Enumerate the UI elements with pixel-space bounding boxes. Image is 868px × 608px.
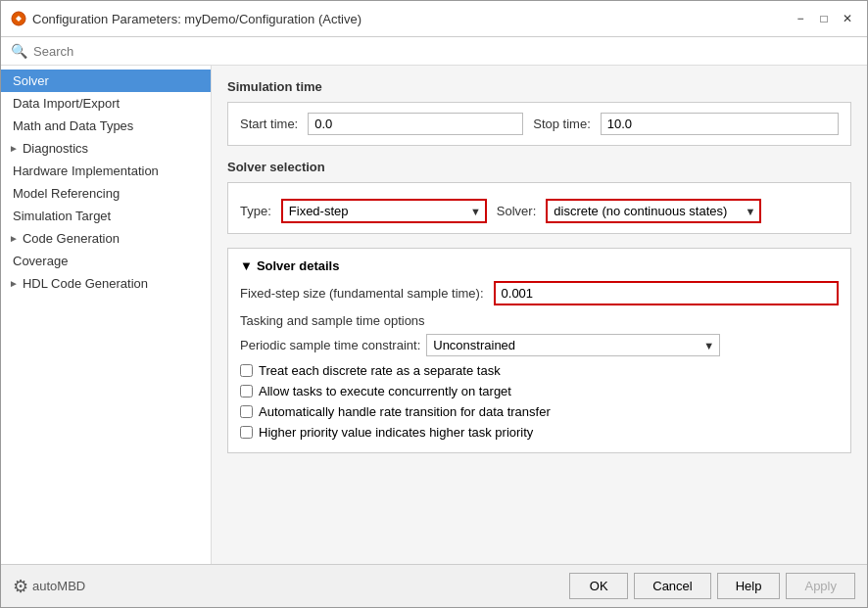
sidebar-item-label: Solver xyxy=(13,73,49,88)
content-panel: Simulation time Start time: Stop time: S… xyxy=(212,66,867,564)
minimize-button[interactable]: − xyxy=(791,9,810,28)
footer: ⚙ autoMBD OK Cancel Help Apply xyxy=(1,564,867,607)
expand-arrow-icon-3: ► xyxy=(9,278,19,289)
expand-arrow-icon-2: ► xyxy=(9,233,19,244)
logo-icon: ⚙ xyxy=(13,576,28,597)
close-button[interactable]: ✕ xyxy=(838,9,857,28)
cancel-button[interactable]: Cancel xyxy=(634,573,710,599)
checkbox-row-2: Allow tasks to execute concurrently on t… xyxy=(240,381,839,401)
footer-logo: ⚙ autoMBD xyxy=(13,576,85,597)
sim-time-row: Start time: Stop time: xyxy=(240,113,839,135)
sidebar-item-label: Coverage xyxy=(13,254,68,268)
type-select[interactable]: Fixed-step Variable-step xyxy=(281,199,487,223)
search-input[interactable] xyxy=(33,44,857,59)
sidebar: Solver Data Import/Export Math and Data … xyxy=(1,66,212,564)
title-bar-text: Configuration Parameters: myDemo/Configu… xyxy=(32,12,791,26)
sidebar-item-label: Simulation Target xyxy=(13,209,111,223)
checkbox-label-1: Treat each discrete rate as a separate t… xyxy=(259,363,501,378)
sidebar-item-label: Math and Data Types xyxy=(13,118,133,133)
expand-arrow-icon: ► xyxy=(9,143,19,154)
solver-select[interactable]: discrete (no continuous states) ode1 (Eu… xyxy=(546,199,761,223)
sidebar-item-data-import-export[interactable]: Data Import/Export xyxy=(1,92,211,115)
checkbox-label-4: Higher priority value indicates higher t… xyxy=(259,425,533,440)
search-bar: 🔍 xyxy=(1,37,867,66)
sidebar-item-simulation-target[interactable]: Simulation Target xyxy=(1,205,211,227)
solver-select-wrap: discrete (no continuous states) ode1 (Eu… xyxy=(546,199,761,223)
collapse-arrow-icon: ▼ xyxy=(240,258,253,273)
stop-time-input[interactable] xyxy=(601,113,839,135)
main-area: Solver Data Import/Export Math and Data … xyxy=(1,66,867,564)
sidebar-item-label: Model Referencing xyxy=(13,186,120,201)
title-bar-controls: − □ ✕ xyxy=(791,9,857,28)
sidebar-item-model-referencing[interactable]: Model Referencing xyxy=(1,182,211,205)
checkbox-higher-priority[interactable] xyxy=(240,426,253,439)
simulation-time-title: Simulation time xyxy=(227,79,851,94)
maximize-button[interactable]: □ xyxy=(814,9,834,28)
checkbox-rate-transition[interactable] xyxy=(240,405,253,418)
solver-details-header[interactable]: ▼ Solver details xyxy=(240,258,839,273)
solver-label: Solver: xyxy=(497,204,536,218)
solver-selection-section: Type: Fixed-step Variable-step ▼ Solver:… xyxy=(227,182,851,234)
main-window: Configuration Parameters: myDemo/Configu… xyxy=(0,0,868,608)
start-time-input[interactable] xyxy=(308,113,523,135)
checkbox-row-3: Automatically handle rate transition for… xyxy=(240,401,839,422)
fixed-step-input[interactable] xyxy=(494,281,839,305)
tasking-section: Tasking and sample time options Periodic… xyxy=(240,313,839,443)
sidebar-item-hdl-code-generation[interactable]: ► HDL Code Generation xyxy=(1,272,211,295)
sidebar-item-label: Data Import/Export xyxy=(13,96,120,111)
checkbox-label-2: Allow tasks to execute concurrently on t… xyxy=(259,384,511,398)
checkbox-concurrent-tasks[interactable] xyxy=(240,385,253,398)
sidebar-item-label: Hardware Implementation xyxy=(13,164,159,178)
sidebar-item-label: Code Generation xyxy=(23,231,120,246)
solver-details-title: Solver details xyxy=(257,258,340,273)
periodic-select-wrap: Unconstrained Ensure sample time indepen… xyxy=(426,334,720,356)
periodic-select[interactable]: Unconstrained Ensure sample time indepen… xyxy=(426,334,720,356)
sidebar-item-coverage[interactable]: Coverage xyxy=(1,250,211,272)
sidebar-item-solver[interactable]: Solver xyxy=(1,70,211,92)
sidebar-item-diagnostics[interactable]: ► Diagnostics xyxy=(1,137,211,160)
checkbox-label-3: Automatically handle rate transition for… xyxy=(259,404,551,419)
search-icon: 🔍 xyxy=(11,43,27,59)
checkbox-discrete-rate[interactable] xyxy=(240,364,253,377)
sidebar-item-label: Diagnostics xyxy=(23,141,88,156)
checkbox-row-1: Treat each discrete rate as a separate t… xyxy=(240,360,839,381)
simulation-time-section: Start time: Stop time: xyxy=(227,102,851,146)
type-label: Type: xyxy=(240,204,271,218)
sidebar-item-hardware-implementation[interactable]: Hardware Implementation xyxy=(1,160,211,182)
solver-select-row: Type: Fixed-step Variable-step ▼ Solver:… xyxy=(240,199,839,223)
tasking-periodic-row: Periodic sample time constraint: Unconst… xyxy=(240,334,839,356)
tasking-title: Tasking and sample time options xyxy=(240,313,839,328)
fixed-step-row: Fixed-step size (fundamental sample time… xyxy=(240,281,839,305)
title-bar: Configuration Parameters: myDemo/Configu… xyxy=(1,1,867,37)
type-select-wrap: Fixed-step Variable-step ▼ xyxy=(281,199,487,223)
app-icon xyxy=(11,11,26,26)
help-button[interactable]: Help xyxy=(717,573,781,599)
start-time-label: Start time: xyxy=(240,117,298,131)
checkbox-row-4: Higher priority value indicates higher t… xyxy=(240,422,839,443)
apply-button[interactable]: Apply xyxy=(786,573,855,599)
sidebar-item-math-data-types[interactable]: Math and Data Types xyxy=(1,115,211,137)
logo-text: autoMBD xyxy=(32,579,85,593)
fixed-step-label: Fixed-step size (fundamental sample time… xyxy=(240,286,484,301)
ok-button[interactable]: OK xyxy=(569,573,628,599)
stop-time-label: Stop time: xyxy=(533,117,591,131)
sidebar-item-label: HDL Code Generation xyxy=(23,276,148,291)
periodic-label: Periodic sample time constraint: xyxy=(240,338,420,352)
solver-selection-title: Solver selection xyxy=(227,160,851,174)
sidebar-item-code-generation[interactable]: ► Code Generation xyxy=(1,227,211,250)
solver-details-section: ▼ Solver details Fixed-step size (fundam… xyxy=(227,248,851,453)
